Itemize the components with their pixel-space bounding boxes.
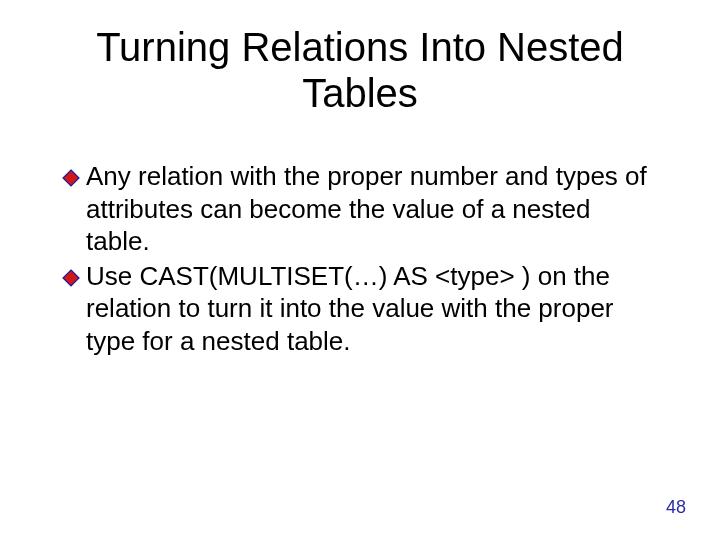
list-item: Use CAST(MULTISET(…) AS <type> ) on the … (62, 260, 658, 358)
slide-title: Turning Relations Into Nested Tables (0, 24, 720, 116)
slide-body: Any relation with the proper number and … (62, 160, 658, 359)
slide: Turning Relations Into Nested Tables Any… (0, 0, 720, 540)
bullet-text: Any relation with the proper number and … (86, 160, 658, 258)
diamond-shape (63, 270, 79, 286)
diamond-bullet-icon (62, 269, 80, 287)
list-item: Any relation with the proper number and … (62, 160, 658, 258)
diamond-bullet-icon (62, 169, 80, 187)
bullet-text: Use CAST(MULTISET(…) AS <type> ) on the … (86, 260, 658, 358)
page-number: 48 (666, 497, 686, 518)
diamond-shape (63, 170, 79, 186)
